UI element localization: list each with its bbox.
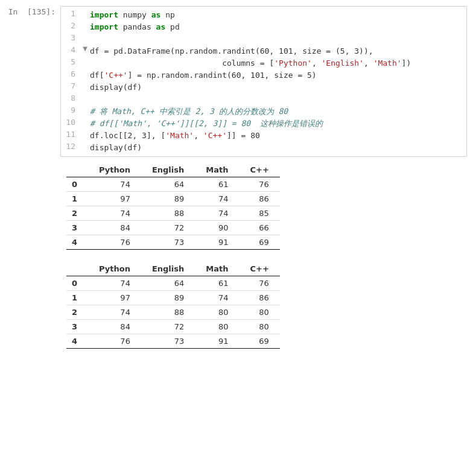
line-content-10: # df[['Math', 'C++']][[2, 3]] = 80 这种操作是… — [90, 118, 323, 130]
code-line-5: 5 columns = ['Python', 'English', 'Math'… — [61, 57, 466, 69]
line-number-5: 5 — [65, 57, 81, 66]
row-english: 88 — [141, 305, 195, 320]
row-math: 74 — [195, 206, 239, 221]
line-number-12: 12 — [65, 142, 81, 151]
line-content-5: columns = ['Python', 'English', 'Math']) — [90, 57, 411, 69]
row-index: 0 — [66, 177, 88, 192]
row-english: 64 — [141, 276, 195, 291]
row-index: 2 — [66, 305, 88, 320]
line-number-8: 8 — [65, 94, 81, 103]
line-content-12: display(df) — [90, 142, 142, 154]
table-row: 3 84 72 90 66 — [66, 221, 280, 235]
row-cpp: 76 — [239, 276, 279, 291]
row-math: 74 — [195, 192, 239, 206]
row-python: 97 — [88, 291, 141, 305]
row-english: 89 — [141, 192, 195, 206]
output-table1-area: Python English Math C++ 0 74 64 61 76 1 … — [60, 163, 473, 250]
line-content-1: import numpy as np — [90, 9, 175, 21]
line-content-11: df.loc[[2, 3], ['Math', 'C++']] = 80 — [90, 130, 260, 142]
row-english: 89 — [141, 291, 195, 305]
table-row: 3 84 72 80 80 — [66, 320, 280, 334]
row-python: 76 — [88, 235, 141, 250]
row-python: 84 — [88, 221, 141, 235]
row-python: 76 — [88, 334, 141, 349]
row-python: 74 — [88, 177, 141, 192]
row-index: 3 — [66, 320, 88, 334]
code-line-10: 10 # df[['Math', 'C++']][[2, 3]] = 80 这种… — [61, 118, 466, 130]
code-line-6: 6 df['C++'] = np.random.randint(60, 101,… — [61, 69, 466, 81]
line-number-1: 1 — [65, 9, 81, 18]
dataframe-table-2: Python English Math C++ 0 74 64 61 76 1 … — [66, 262, 280, 349]
code-line-7: 7 display(df) — [61, 81, 466, 94]
row-cpp: 85 — [239, 206, 279, 221]
code-line-2: 2 import pandas as pd — [61, 21, 466, 33]
table-row: 4 76 73 91 69 — [66, 334, 280, 349]
row-math: 80 — [195, 305, 239, 320]
row-python: 74 — [88, 206, 141, 221]
table1-header-row: Python English Math C++ — [66, 163, 280, 177]
row-python: 74 — [88, 305, 141, 320]
row-math: 91 — [195, 235, 239, 250]
row-index: 4 — [66, 235, 88, 250]
line-number-7: 7 — [65, 81, 81, 90]
row-english: 73 — [141, 235, 195, 250]
code-line-1: 1 import numpy as np — [61, 9, 466, 21]
row-index: 1 — [66, 192, 88, 206]
line-number-2: 2 — [65, 21, 81, 30]
line-content-9: # 将 Math, C++ 中索引是 2, 3 的人的分数改为 80 — [90, 106, 288, 118]
code-line-3: 3 — [61, 33, 466, 45]
row-index: 2 — [66, 206, 88, 221]
line-number-4: 4 — [65, 45, 81, 54]
row-math: 90 — [195, 221, 239, 235]
table-row: 0 74 64 61 76 — [66, 177, 280, 192]
table2-header-cpp: C++ — [239, 262, 279, 276]
code-line-4: 4 ▼ df = pd.DataFrame(np.random.randint(… — [61, 45, 466, 57]
notebook-cell: In [135]: 1 import numpy as np 2 import … — [0, 6, 473, 157]
line-content-4: df = pd.DataFrame(np.random.randint(60, … — [90, 45, 373, 57]
row-english: 88 — [141, 206, 195, 221]
table1-header-index — [66, 163, 88, 177]
code-area[interactable]: 1 import numpy as np 2 import pandas as … — [60, 6, 467, 157]
table-row: 1 97 89 74 86 — [66, 192, 280, 206]
table1-header-math: Math — [195, 163, 239, 177]
row-math: 91 — [195, 334, 239, 349]
row-math: 61 — [195, 276, 239, 291]
row-python: 74 — [88, 276, 141, 291]
row-english: 72 — [141, 221, 195, 235]
table2-header-python: Python — [88, 262, 141, 276]
table1-header-english: English — [141, 163, 195, 177]
row-index: 3 — [66, 221, 88, 235]
row-cpp: 86 — [239, 291, 279, 305]
row-python: 97 — [88, 192, 141, 206]
row-index: 4 — [66, 334, 88, 349]
row-english: 72 — [141, 320, 195, 334]
table1-header-python: Python — [88, 163, 141, 177]
row-cpp: 86 — [239, 192, 279, 206]
line-number-6: 6 — [65, 69, 81, 78]
row-cpp: 80 — [239, 320, 279, 334]
row-math: 80 — [195, 320, 239, 334]
table-row: 1 97 89 74 86 — [66, 291, 280, 305]
row-cpp: 80 — [239, 305, 279, 320]
dataframe-table-1: Python English Math C++ 0 74 64 61 76 1 … — [66, 163, 280, 250]
line-content-7: display(df) — [90, 81, 142, 94]
code-line-9: 9 # 将 Math, C++ 中索引是 2, 3 的人的分数改为 80 — [61, 106, 466, 118]
line-content-2: import pandas as pd — [90, 21, 180, 33]
table-row: 4 76 73 91 69 — [66, 235, 280, 250]
table-row: 2 74 88 74 85 — [66, 206, 280, 221]
table2-header-index — [66, 262, 88, 276]
table-row: 0 74 64 61 76 — [66, 276, 280, 291]
table-row: 2 74 88 80 80 — [66, 305, 280, 320]
table2-header-english: English — [141, 262, 195, 276]
row-math: 74 — [195, 291, 239, 305]
code-line-8: 8 — [61, 94, 466, 106]
cell-label: In [135]: — [6, 6, 60, 16]
row-english: 64 — [141, 177, 195, 192]
line-number-3: 3 — [65, 33, 81, 42]
code-line-11: 11 df.loc[[2, 3], ['Math', 'C++']] = 80 — [61, 130, 466, 142]
line-number-9: 9 — [65, 106, 81, 115]
row-cpp: 69 — [239, 235, 279, 250]
table2-header-math: Math — [195, 262, 239, 276]
output-table2-area: Python English Math C++ 0 74 64 61 76 1 … — [60, 262, 473, 349]
line-content-6: df['C++'] = np.random.randint(60, 101, s… — [90, 69, 317, 81]
